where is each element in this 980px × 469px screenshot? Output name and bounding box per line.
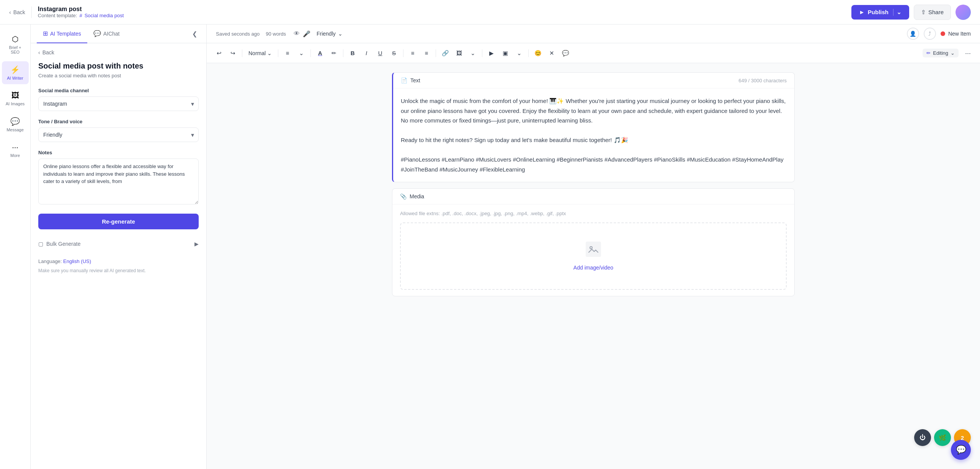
- numbered-list-button[interactable]: ≡: [420, 47, 433, 59]
- char-count: 649 / 3000 characters: [738, 78, 787, 83]
- toolbar-divider-3: [310, 49, 311, 57]
- template-back-label: Back: [42, 49, 54, 56]
- redo-button[interactable]: ↪: [227, 47, 239, 59]
- avatar-ring-1[interactable]: 👤: [907, 28, 919, 40]
- upload-label: Add image/video: [573, 265, 613, 271]
- ai-templates-tab-icon: ⊞: [43, 30, 48, 37]
- tab-ai-templates[interactable]: ⊞ AI Templates: [37, 25, 87, 43]
- content-template-link[interactable]: Social media post: [85, 13, 124, 18]
- back-label: Back: [13, 9, 25, 15]
- image-button[interactable]: 🖼: [453, 47, 465, 59]
- strikethrough-button[interactable]: S: [388, 47, 400, 59]
- text-paragraph-cta: Ready to hit the right notes? Sign up to…: [401, 135, 787, 145]
- italic-button[interactable]: I: [360, 47, 372, 59]
- tone-label: Tone / Brand voice: [38, 119, 199, 124]
- text-block-body[interactable]: Unlock the magic of music from the comfo…: [393, 88, 794, 182]
- bulk-generate-label: Bulk Generate: [46, 241, 81, 247]
- align-button[interactable]: ≡: [281, 47, 294, 59]
- toolbar-divider-2: [278, 49, 278, 57]
- ai-writer-icon: ⚡: [10, 65, 20, 74]
- aichat-tab-icon: 💬: [93, 30, 101, 37]
- play-button[interactable]: ▶: [485, 47, 498, 59]
- panel-tabs: ⊞ AI Templates 💬 AIChat ❮: [31, 25, 206, 43]
- highlight-button[interactable]: ✏: [328, 47, 340, 59]
- ai-images-label: AI Images: [6, 101, 25, 106]
- editor-inner: 📄 Text 649 / 3000 characters Unlock the …: [383, 63, 804, 306]
- text-style-select[interactable]: Normal ⌄: [245, 49, 275, 58]
- bulk-generate-button[interactable]: ▢ Bulk Generate ▶: [38, 237, 199, 251]
- new-item-button[interactable]: New Item: [941, 31, 971, 37]
- language-link[interactable]: English (US): [63, 258, 91, 264]
- language-label: Language:: [38, 258, 62, 264]
- attachment-icon: 📎: [400, 193, 407, 199]
- tone-select[interactable]: Friendly Professional Casual Formal Humo…: [38, 127, 199, 142]
- text-block-header: 📄 Text 649 / 3000 characters: [393, 73, 794, 88]
- sidebar-item-brief-seo[interactable]: ⬡ Brief + SEO: [2, 31, 29, 58]
- align-chevron-button[interactable]: ⌄: [295, 47, 307, 59]
- panel-content: ‹ Back Social media post with notes Crea…: [31, 43, 206, 469]
- text-color-button[interactable]: A: [314, 47, 326, 59]
- top-nav-left: ‹ Back Instagram post Content template: …: [9, 6, 124, 18]
- tab-aichat[interactable]: 💬 AIChat: [87, 25, 126, 43]
- upload-image-icon: [586, 242, 601, 260]
- text-block: 📄 Text 649 / 3000 characters Unlock the …: [392, 72, 795, 182]
- editing-label: Editing: [933, 50, 948, 56]
- back-arrow-icon: ‹: [38, 49, 40, 56]
- channel-select[interactable]: Instagram Twitter Facebook LinkedIn TikT…: [38, 96, 199, 111]
- sidebar-item-ai-writer[interactable]: ⚡ AI Writer: [2, 61, 29, 84]
- editor-toolbar: ↩ ↪ Normal ⌄ ≡ ⌄ A ✏ B I U S ≡: [207, 43, 980, 63]
- avatar-ring-2[interactable]: ⤴: [924, 28, 936, 40]
- chat-button[interactable]: 💬: [951, 440, 971, 460]
- underline-button[interactable]: U: [374, 47, 386, 59]
- template-back-button[interactable]: ‹ Back: [38, 49, 199, 56]
- editing-mode-selector[interactable]: ✏ Editing ⌄: [923, 49, 959, 57]
- media-block-body: Allowed file extns: .pdf, .doc, .docx, .…: [392, 204, 794, 296]
- editor-content[interactable]: 📄 Text 649 / 3000 characters Unlock the …: [207, 63, 980, 469]
- notes-label: Notes: [38, 150, 199, 155]
- allowed-extensions: Allowed file extns: .pdf, .doc, .docx, .…: [400, 211, 787, 216]
- back-button[interactable]: ‹ Back: [9, 9, 25, 15]
- panel-collapse-button[interactable]: ❮: [189, 25, 200, 43]
- toolbar-divider-6: [436, 49, 436, 57]
- image-chevron-button[interactable]: ⌄: [467, 47, 479, 59]
- text-block-label: Text: [410, 77, 420, 83]
- bulk-chevron-icon: ▶: [194, 241, 199, 247]
- mic-icon[interactable]: 🎤: [303, 30, 310, 38]
- comment-button[interactable]: 💬: [559, 47, 572, 59]
- sidebar-item-ai-images[interactable]: 🖼 AI Images: [2, 87, 29, 110]
- media-block: 📎 Media Allowed file extns: .pdf, .doc, …: [392, 188, 795, 296]
- clear-format-button[interactable]: ✕: [546, 47, 558, 59]
- tone-value: Friendly: [317, 31, 336, 37]
- emoji-button[interactable]: 😊: [532, 47, 544, 59]
- link-button[interactable]: 🔗: [439, 47, 451, 59]
- subtitle-prefix: Content template:: [38, 13, 77, 18]
- table-button[interactable]: ▣: [499, 47, 511, 59]
- notes-textarea[interactable]: Online piano lessons offer a flexible an…: [38, 159, 199, 204]
- table-chevron-button[interactable]: ⌄: [513, 47, 525, 59]
- power-bubble[interactable]: ⏻: [914, 429, 931, 446]
- template-description: Create a social media with notes post: [38, 73, 199, 78]
- share-button[interactable]: ⇧ Share: [914, 5, 951, 20]
- bullet-list-button[interactable]: ≡: [407, 47, 419, 59]
- bold-button[interactable]: B: [346, 47, 359, 59]
- hash-icon: #: [79, 13, 82, 18]
- media-block-header: 📎 Media: [392, 189, 794, 204]
- channel-select-wrapper: Instagram Twitter Facebook LinkedIn TikT…: [38, 96, 199, 111]
- publish-button[interactable]: ► Publish ⌄: [851, 5, 909, 20]
- tone-selector[interactable]: Friendly ⌄: [317, 31, 343, 37]
- sidebar-item-more[interactable]: ··· More: [2, 139, 29, 162]
- upload-area[interactable]: Add image/video: [400, 222, 787, 290]
- eye-icon[interactable]: 👁: [294, 30, 300, 37]
- regenerate-button[interactable]: Re-generate: [38, 214, 199, 229]
- regenerate-label: Re-generate: [102, 218, 135, 225]
- avatar[interactable]: [956, 5, 971, 20]
- undo-button[interactable]: ↩: [213, 47, 225, 59]
- sidebar-item-message[interactable]: 💬 Message: [2, 113, 29, 136]
- more-options-button[interactable]: ⋯: [962, 47, 974, 59]
- text-block-icon: 📄: [401, 77, 407, 83]
- notes-field: Notes Online piano lessons offer a flexi…: [38, 150, 199, 206]
- toolbar-left: ↩ ↪ Normal ⌄ ≡ ⌄ A ✏ B I U S ≡: [213, 47, 572, 59]
- leaf-icon: 🌿: [939, 434, 946, 441]
- leaf-bubble[interactable]: 🌿: [934, 429, 951, 446]
- new-item-dot: [941, 31, 945, 36]
